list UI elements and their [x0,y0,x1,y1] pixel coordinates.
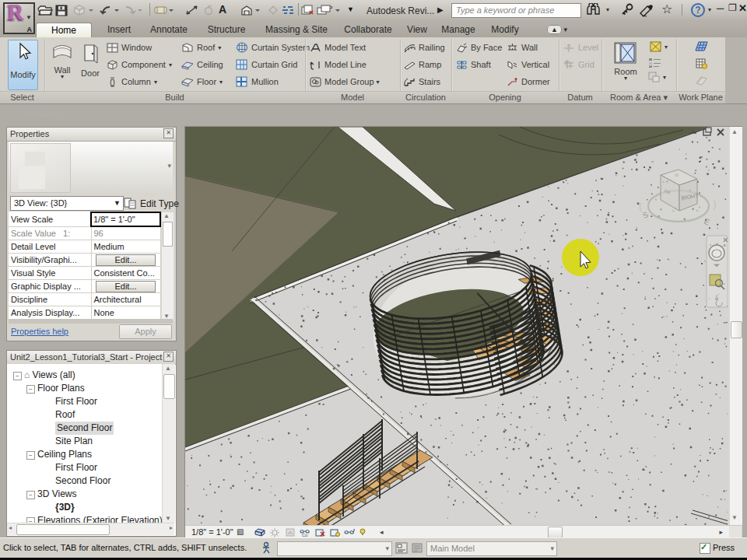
svg-text:⊙: ⊙ [675,173,679,177]
